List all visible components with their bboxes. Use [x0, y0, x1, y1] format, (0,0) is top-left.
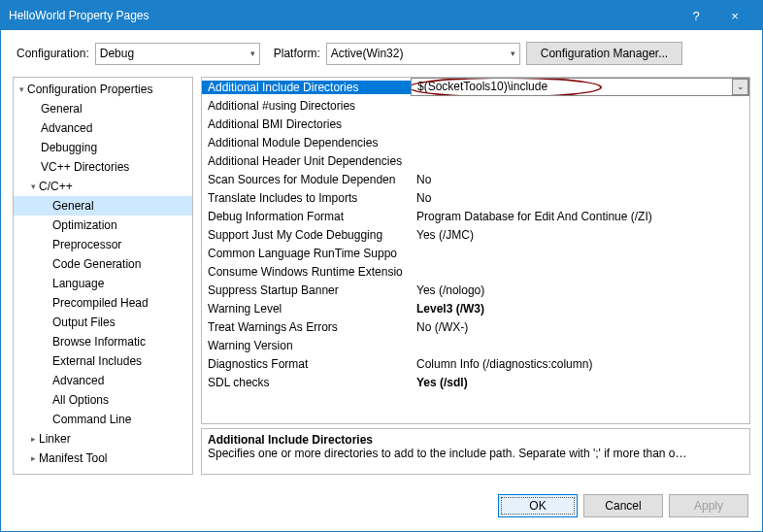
tree-item[interactable]: Preprocessor [14, 235, 192, 254]
property-name: Additional BMI Directories [202, 117, 411, 131]
configuration-select[interactable]: Debug ▾ [95, 43, 260, 65]
property-row[interactable]: Consume Windows Runtime Extensio [202, 262, 749, 281]
property-row[interactable]: Diagnostics FormatColumn Info (/diagnost… [202, 354, 749, 373]
property-value-text: Yes (/JMC) [416, 228, 474, 242]
tree-item[interactable]: General [14, 99, 192, 118]
property-row[interactable]: Additional #using Directories [202, 96, 749, 115]
chevron-down-icon: ▾ [250, 49, 255, 58]
property-value[interactable]: Level3 (/W3) [411, 302, 749, 316]
property-value[interactable]: No [411, 191, 749, 205]
property-value[interactable]: Column Info (/diagnostics:column) [411, 357, 749, 371]
property-value-text: $(SocketTools10)\include [417, 80, 547, 93]
property-value[interactable]: Yes (/nologo) [411, 283, 749, 297]
property-name: Diagnostics Format [202, 357, 411, 371]
tree-item-label: Preprocessor [52, 238, 121, 251]
property-name: Support Just My Code Debugging [202, 228, 411, 242]
tree-item-label: Linker [39, 432, 71, 446]
tree-item-label: Language [52, 277, 104, 290]
tree-item[interactable]: Debugging [14, 138, 192, 157]
expand-icon[interactable]: ▸ [27, 453, 39, 463]
tree-item-label: External Includes [52, 354, 142, 368]
property-value[interactable]: Yes (/JMC) [411, 228, 749, 242]
tree-item-label: Advanced [52, 374, 104, 387]
tree-item-label: General [52, 199, 94, 213]
tree-item-label: General [41, 102, 83, 116]
tree-item[interactable]: Browse Informatic [14, 332, 192, 351]
cancel-button[interactable]: Cancel [583, 494, 663, 517]
property-row[interactable]: Warning LevelLevel3 (/W3) [202, 299, 749, 317]
tree-item[interactable]: VC++ Directories [14, 157, 192, 177]
platform-select[interactable]: Active(Win32) ▾ [326, 43, 520, 65]
property-row[interactable]: Additional BMI Directories [202, 115, 749, 133]
content-area: ▾Configuration PropertiesGeneralAdvanced… [1, 77, 762, 482]
property-row[interactable]: Suppress Startup BannerYes (/nologo) [202, 281, 749, 299]
tree-item[interactable]: External Includes [14, 351, 192, 371]
property-value[interactable]: Yes (/sdl) [411, 376, 749, 389]
configuration-manager-button[interactable]: Configuration Manager... [526, 42, 682, 65]
dropdown-icon[interactable]: ⌄ [732, 79, 748, 95]
property-value[interactable]: No [411, 173, 749, 186]
property-value[interactable]: No (/WX-) [411, 320, 749, 334]
tree-item[interactable]: Advanced [14, 371, 192, 390]
property-value-text: Level3 (/W3) [416, 302, 484, 316]
tree-item[interactable]: ▾Configuration Properties [14, 80, 192, 99]
tree-item[interactable]: Language [14, 274, 192, 293]
tree-item[interactable]: Code Generation [14, 254, 192, 274]
tree-item[interactable]: Output Files [14, 313, 192, 332]
property-name: Consume Windows Runtime Extensio [202, 265, 411, 279]
property-name: Warning Version [202, 339, 411, 352]
close-icon[interactable]: × [715, 9, 754, 23]
property-row[interactable]: Translate Includes to ImportsNo [202, 188, 749, 207]
expand-icon[interactable]: ▾ [27, 182, 39, 191]
platform-value: Active(Win32) [331, 47, 511, 60]
property-value[interactable]: $(SocketTools10)\include⌄ [411, 78, 749, 96]
tree-item[interactable]: ▸Manifest Tool [14, 449, 192, 468]
property-row[interactable]: Debug Information FormatProgram Database… [202, 207, 749, 225]
tree-item[interactable]: ▾C/C++ [14, 177, 192, 196]
expand-icon[interactable]: ▾ [16, 84, 27, 94]
property-value-text: Yes (/sdl) [416, 376, 468, 389]
tree-item-label: Optimization [52, 218, 117, 232]
property-value[interactable]: Program Database for Edit And Continue (… [411, 210, 749, 223]
property-name: Additional Header Unit Dependencies [202, 154, 411, 168]
platform-label: Platform: [274, 47, 320, 60]
tree-item-label: Output Files [52, 316, 116, 329]
property-description-title: Additional Include Directories [208, 433, 744, 447]
tree-item[interactable]: ▸Linker [14, 429, 192, 449]
property-row[interactable]: Support Just My Code DebuggingYes (/JMC) [202, 225, 749, 244]
tree-item[interactable]: Advanced [14, 118, 192, 138]
property-row[interactable]: Treat Warnings As ErrorsNo (/WX-) [202, 317, 749, 336]
tree-item-label: Advanced [41, 121, 92, 135]
property-value-text: No [416, 173, 431, 186]
property-row[interactable]: Common Language RunTime Suppo [202, 244, 749, 262]
dialog-buttons: OK Cancel Apply [1, 482, 762, 531]
property-row[interactable]: Scan Sources for Module DependenNo [202, 170, 749, 188]
property-row[interactable]: Additional Header Unit Dependencies [202, 151, 749, 170]
property-name: Warning Level [202, 302, 411, 316]
tree-item-label: Precompiled Head [52, 296, 149, 310]
property-row[interactable]: Additional Module Dependencies [202, 133, 749, 151]
property-tree[interactable]: ▾Configuration PropertiesGeneralAdvanced… [13, 77, 193, 475]
help-icon[interactable]: ? [677, 9, 715, 23]
tree-item[interactable]: Precompiled Head [14, 293, 192, 313]
configuration-label: Configuration: [17, 47, 89, 60]
property-name: Suppress Startup Banner [202, 283, 411, 297]
property-row[interactable]: Additional Include Directories$(SocketTo… [202, 78, 749, 96]
tree-item[interactable]: All Options [14, 390, 192, 410]
property-description: Additional Include Directories Specifies… [201, 428, 750, 475]
property-name: Additional Module Dependencies [202, 136, 411, 150]
property-row[interactable]: Warning Version [202, 336, 749, 354]
tree-item[interactable]: Command Line [14, 410, 192, 429]
property-value-text: Column Info (/diagnostics:column) [416, 357, 592, 371]
tree-item[interactable]: Optimization [14, 216, 192, 235]
property-name: Treat Warnings As Errors [202, 320, 411, 334]
config-row: Configuration: Debug ▾ Platform: Active(… [1, 30, 762, 77]
chevron-down-icon: ▾ [511, 49, 515, 58]
property-description-text: Specifies one or more directories to add… [208, 447, 744, 460]
tree-item-label: Configuration Properties [27, 83, 152, 96]
property-row[interactable]: SDL checksYes (/sdl) [202, 373, 749, 391]
property-value-text: No [416, 191, 431, 205]
expand-icon[interactable]: ▸ [27, 434, 39, 444]
tree-item[interactable]: General [14, 196, 192, 216]
ok-button[interactable]: OK [498, 494, 578, 517]
